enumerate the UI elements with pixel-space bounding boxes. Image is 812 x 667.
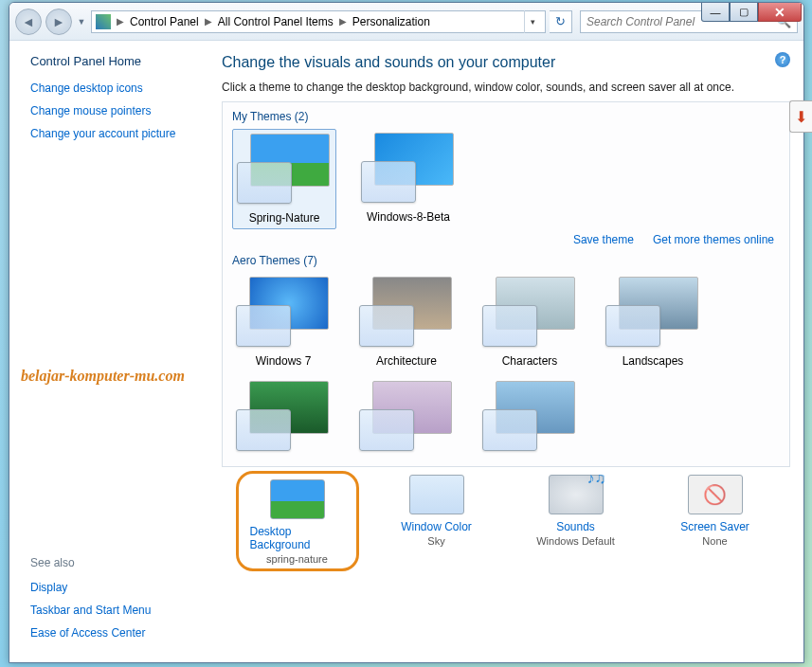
theme-label: Characters xyxy=(502,354,558,368)
personalization-window: — ▢ ✕ ◄ ► ▼ ▶ Control Panel ▶ All Contro… xyxy=(9,2,804,663)
get-more-themes-link[interactable]: Get more themes online xyxy=(653,233,774,246)
bb-title: Desktop Background xyxy=(250,525,345,551)
theme-item[interactable] xyxy=(478,377,581,462)
extension-badge[interactable]: ⬇ xyxy=(789,100,812,133)
themes-panel: My Themes (2) Spring-Nature Windows-8-Be… xyxy=(222,101,790,467)
chevron-right-icon: ▶ xyxy=(203,16,214,27)
page-title: Change the visuals and sounds on your co… xyxy=(222,54,790,71)
theme-label: Spring-Nature xyxy=(249,211,320,225)
link-change-account-picture[interactable]: Change your account picture xyxy=(30,127,201,140)
theme-item[interactable] xyxy=(355,377,458,462)
body: Control Panel Home Change desktop icons … xyxy=(9,41,803,662)
bb-sub: spring-nature xyxy=(266,553,328,565)
forward-button[interactable]: ► xyxy=(45,9,72,35)
link-display[interactable]: Display xyxy=(30,581,201,594)
theme-windows-7[interactable]: Windows 7 xyxy=(232,273,334,371)
theme-label: Landscapes xyxy=(623,354,684,368)
bb-sub: None xyxy=(702,535,727,547)
theme-label: Architecture xyxy=(376,354,437,368)
aero-themes-row: Windows 7 Architecture Characters Landsc… xyxy=(232,273,780,371)
control-panel-icon xyxy=(96,14,111,29)
bottom-settings: Desktop Background spring-nature Window … xyxy=(222,475,790,571)
bb-title: Screen Saver xyxy=(680,520,749,533)
theme-windows-8-beta[interactable]: Windows-8-Beta xyxy=(357,129,460,229)
address-bar[interactable]: ▶ Control Panel ▶ All Control Panel Item… xyxy=(91,10,546,33)
window-controls: — ▢ ✕ xyxy=(701,3,802,22)
chevron-right-icon: ▶ xyxy=(337,16,349,27)
refresh-button[interactable]: ↻ xyxy=(550,10,572,33)
breadcrumb-personalization[interactable]: Personalization xyxy=(349,15,434,28)
theme-spring-nature[interactable]: Spring-Nature xyxy=(232,129,336,229)
sounds-button[interactable]: Sounds Windows Default xyxy=(514,475,638,571)
window-color-icon xyxy=(409,475,464,514)
maximize-button[interactable]: ▢ xyxy=(730,3,758,22)
desktop-background-icon xyxy=(270,479,325,519)
chevron-right-icon: ▶ xyxy=(115,16,126,27)
back-button[interactable]: ◄ xyxy=(15,9,42,35)
minimize-button[interactable]: — xyxy=(701,3,730,22)
theme-landscapes[interactable]: Landscapes xyxy=(602,273,704,371)
sidebar: Control Panel Home Change desktop icons … xyxy=(9,41,208,662)
breadcrumb-all-items[interactable]: All Control Panel Items xyxy=(214,15,337,28)
my-themes-row: Spring-Nature Windows-8-Beta xyxy=(232,129,780,229)
aero-themes-row-2 xyxy=(232,377,780,462)
bb-title: Sounds xyxy=(556,520,595,533)
save-theme-link[interactable]: Save theme xyxy=(573,233,634,246)
window-color-button[interactable]: Window Color Sky xyxy=(375,475,498,571)
theme-actions: Save theme Get more themes online xyxy=(232,233,774,246)
see-also-heading: See also xyxy=(30,556,201,569)
bb-sub: Windows Default xyxy=(536,535,615,547)
theme-label: Windows-8-Beta xyxy=(367,210,450,224)
breadcrumb-control-panel[interactable]: Control Panel xyxy=(126,15,203,28)
sounds-icon xyxy=(549,475,604,514)
toolbar: ◄ ► ▼ ▶ Control Panel ▶ All Control Pane… xyxy=(9,3,803,41)
close-button[interactable]: ✕ xyxy=(758,3,802,22)
nav-history-dropdown[interactable]: ▼ xyxy=(76,9,87,35)
link-ease-of-access[interactable]: Ease of Access Center xyxy=(30,626,201,640)
sidebar-home[interactable]: Control Panel Home xyxy=(30,54,201,68)
help-icon[interactable]: ? xyxy=(775,52,790,67)
theme-label: Windows 7 xyxy=(256,354,312,368)
theme-architecture[interactable]: Architecture xyxy=(355,273,458,371)
link-change-desktop-icons[interactable]: Change desktop icons xyxy=(30,81,201,95)
link-change-mouse-pointers[interactable]: Change mouse pointers xyxy=(30,104,201,117)
screen-saver-icon xyxy=(688,475,743,514)
close-icon: ✕ xyxy=(774,5,785,20)
link-taskbar-start[interactable]: Taskbar and Start Menu xyxy=(30,604,201,617)
theme-characters[interactable]: Characters xyxy=(478,273,581,371)
main-content: ? Change the visuals and sounds on your … xyxy=(208,41,803,662)
bb-sub: Sky xyxy=(427,535,444,547)
desktop-background-button[interactable]: Desktop Background spring-nature xyxy=(236,471,359,571)
my-themes-heading: My Themes (2) xyxy=(232,110,780,123)
address-dropdown[interactable]: ▾ xyxy=(524,10,541,33)
page-description: Click a theme to change the desktop back… xyxy=(222,81,790,94)
theme-item[interactable] xyxy=(232,377,334,462)
bb-title: Window Color xyxy=(401,520,472,533)
screen-saver-button[interactable]: Screen Saver None xyxy=(654,475,777,571)
aero-themes-heading: Aero Themes (7) xyxy=(232,254,780,267)
